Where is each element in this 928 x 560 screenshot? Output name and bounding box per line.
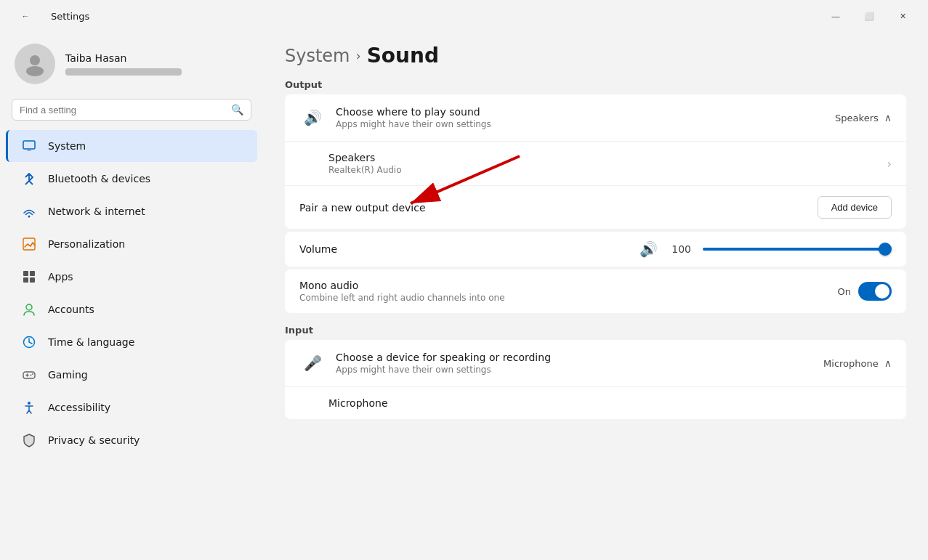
- choose-input-right: Microphone ∧: [823, 357, 892, 369]
- svg-point-15: [28, 402, 31, 405]
- app-body: Taiba Hasan 🔍 System Bluetooth & devices…: [0, 29, 928, 560]
- svg-point-13: [31, 375, 32, 376]
- choose-input-row[interactable]: 🎤 Choose a device for speaking or record…: [285, 340, 906, 387]
- svg-rect-6: [23, 271, 28, 276]
- speakers-subtitle: Realtek(R) Audio: [328, 165, 887, 175]
- svg-rect-8: [23, 277, 28, 283]
- nav-icon-accessibility: [20, 399, 38, 416]
- sidebar-item-timelanguage[interactable]: Time & language: [6, 326, 257, 358]
- nav-icon-privacy: [20, 431, 38, 449]
- volume-icon: 🔊: [639, 240, 658, 258]
- svg-point-14: [32, 373, 33, 375]
- speaker-icon: 🔊: [299, 105, 326, 131]
- nav-label-accessibility: Accessibility: [48, 402, 110, 413]
- toggle-slider: [858, 282, 892, 301]
- title-bar: ← Settings — ⬜ ✕: [0, 0, 928, 29]
- volume-slider-wrap: [703, 248, 892, 251]
- choose-output-row[interactable]: 🔊 Choose where to play sound Apps might …: [285, 94, 906, 142]
- choose-output-title: Choose where to play sound: [336, 106, 835, 118]
- mono-audio-subtitle: Combine left and right audio channels in…: [299, 293, 838, 303]
- nav-label-accounts: Accounts: [48, 304, 94, 315]
- choose-input-subtitle: Apps might have their own settings: [336, 365, 823, 375]
- output-card: 🔊 Choose where to play sound Apps might …: [285, 94, 906, 229]
- maximize-button[interactable]: ⬜: [852, 4, 886, 28]
- nav-icon-network: [20, 203, 38, 220]
- sidebar-item-accounts[interactable]: Accounts: [6, 293, 257, 325]
- choose-output-subtitle: Apps might have their own settings: [336, 119, 835, 129]
- input-card: 🎤 Choose a device for speaking or record…: [285, 340, 906, 419]
- user-name: Taiba Hasan: [65, 52, 182, 64]
- avatar: [15, 44, 55, 84]
- choose-output-right: Speakers ∧: [835, 112, 892, 123]
- volume-label: Volume: [299, 243, 628, 255]
- nav-icon-accounts: [20, 301, 38, 318]
- mono-audio-title: Mono audio: [299, 280, 838, 291]
- search-box[interactable]: 🔍: [12, 99, 251, 121]
- nav-label-privacy: Privacy & security: [48, 434, 140, 446]
- nav-icon-system: [20, 137, 38, 155]
- breadcrumb-separator: ›: [356, 48, 361, 63]
- nav-label-gaming: Gaming: [48, 369, 88, 381]
- svg-point-1: [26, 66, 44, 76]
- svg-rect-3: [27, 150, 31, 151]
- sidebar-item-apps[interactable]: Apps: [6, 261, 257, 293]
- speakers-row[interactable]: Speakers Realtek(R) Audio ›: [285, 142, 906, 186]
- nav-label-network: Network & internet: [48, 206, 145, 217]
- mono-audio-content: Mono audio Combine left and right audio …: [299, 280, 838, 303]
- pair-output-title: Pair a new output device: [299, 202, 818, 214]
- minimize-button[interactable]: —: [819, 4, 852, 28]
- mono-audio-status: On: [838, 286, 851, 297]
- choose-input-value: Microphone: [823, 358, 879, 369]
- speakers-chevron-icon: ›: [887, 157, 892, 171]
- svg-point-10: [26, 304, 32, 310]
- nav-icon-personalization: [20, 235, 38, 253]
- nav-label-timelanguage: Time & language: [48, 336, 134, 348]
- sidebar-item-accessibility[interactable]: Accessibility: [6, 391, 257, 423]
- window-controls: — ⬜ ✕: [819, 4, 919, 28]
- sidebar-item-privacy[interactable]: Privacy & security: [6, 424, 257, 456]
- search-icon: 🔍: [231, 104, 243, 115]
- microphone-title: Microphone: [328, 397, 892, 409]
- nav-label-bluetooth: Bluetooth & devices: [48, 173, 150, 184]
- mono-audio-toggle[interactable]: [858, 282, 892, 301]
- svg-point-0: [30, 55, 40, 65]
- speakers-content: Speakers Realtek(R) Audio: [328, 152, 887, 175]
- output-section-label: Output: [285, 79, 906, 90]
- user-bar-decoration: [65, 68, 182, 76]
- input-chevron-up-icon: ∧: [884, 357, 892, 369]
- svg-rect-12: [23, 372, 35, 378]
- sidebar-item-bluetooth[interactable]: Bluetooth & devices: [6, 163, 257, 195]
- nav-icon-timelanguage: [20, 333, 38, 351]
- breadcrumb-current: Sound: [367, 44, 439, 68]
- search-input[interactable]: [20, 105, 225, 115]
- microphone-row[interactable]: Microphone: [285, 387, 906, 419]
- breadcrumb: System › Sound: [285, 44, 906, 68]
- sidebar-item-system[interactable]: System: [6, 130, 257, 162]
- nav-label-system: System: [48, 140, 86, 152]
- sidebar-item-gaming[interactable]: Gaming: [6, 359, 257, 391]
- svg-rect-9: [30, 277, 35, 283]
- back-button[interactable]: ←: [9, 4, 42, 28]
- main-content: System › Sound Output 🔊 Choose where to …: [263, 29, 928, 560]
- sidebar-item-personalization[interactable]: Personalization: [6, 228, 257, 260]
- title-bar-left: ← Settings: [9, 4, 89, 28]
- app-title: Settings: [51, 11, 89, 22]
- speakers-title: Speakers: [328, 152, 887, 163]
- user-profile: Taiba Hasan: [0, 29, 263, 96]
- user-info: Taiba Hasan: [65, 52, 182, 76]
- choose-input-content: Choose a device for speaking or recordin…: [336, 352, 823, 375]
- mono-audio-row: Mono audio Combine left and right audio …: [285, 269, 906, 313]
- pair-output-row: Pair a new output device Add device: [285, 186, 906, 229]
- svg-rect-2: [23, 141, 35, 149]
- breadcrumb-system[interactable]: System: [285, 46, 350, 66]
- chevron-up-icon: ∧: [884, 112, 892, 123]
- nav-icon-apps: [20, 268, 38, 285]
- svg-point-4: [28, 216, 31, 218]
- input-section-label: Input: [285, 325, 906, 336]
- close-button[interactable]: ✕: [886, 4, 919, 28]
- volume-slider[interactable]: [703, 248, 892, 251]
- choose-output-content: Choose where to play sound Apps might ha…: [336, 106, 835, 129]
- sidebar-item-network[interactable]: Network & internet: [6, 195, 257, 227]
- svg-rect-7: [30, 271, 35, 276]
- add-device-button[interactable]: Add device: [818, 196, 892, 219]
